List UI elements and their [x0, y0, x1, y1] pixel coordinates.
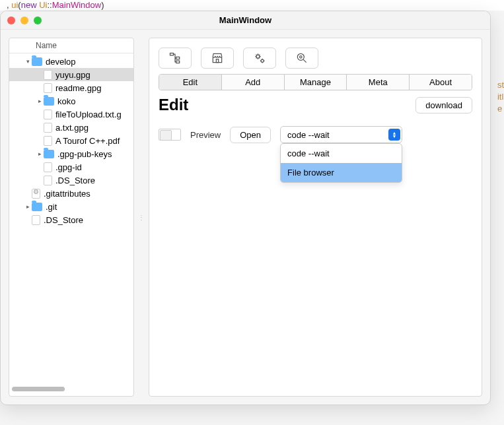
svg-rect-0 [170, 53, 174, 55]
minimize-icon[interactable] [20, 16, 28, 24]
tab-bar: EditAddManageMetaAbout [159, 74, 472, 90]
svg-point-6 [297, 53, 304, 60]
tree-view-button[interactable] [159, 48, 192, 69]
option-file-browser[interactable]: File browser [281, 163, 402, 182]
settings-file-icon [32, 189, 40, 199]
folder-icon [32, 57, 42, 66]
svg-rect-1 [176, 57, 180, 59]
folder-node--git[interactable]: ▸.git [9, 200, 133, 213]
gears-icon [253, 51, 266, 65]
tree-item-label: .git [46, 202, 57, 212]
tree-item-label: yuyu.gpg [55, 70, 90, 80]
tab-add[interactable]: Add [222, 75, 285, 90]
settings-button[interactable] [243, 48, 276, 69]
folder-node--gpg-pub-keys[interactable]: ▸.gpg-pub-keys [9, 147, 133, 160]
pane-splitter[interactable]: ⋮ [139, 38, 143, 397]
svg-point-7 [300, 56, 302, 58]
titlebar[interactable]: MainWindow [1, 11, 490, 30]
file-icon [44, 123, 52, 133]
tree-item-label: A Tourof C++.pdf [55, 136, 120, 146]
store-icon [211, 51, 224, 65]
folder-icon [32, 203, 42, 211]
file-node--ds-store[interactable]: ▸.DS_Store [9, 213, 133, 226]
tree-item-label: develop [46, 57, 76, 67]
svg-point-5 [261, 59, 264, 62]
tree-item-label: .DS_Store [44, 215, 83, 225]
tree-item-label: fileToUpload.txt.g [55, 110, 122, 119]
file-node-a-tourof-c-pdf[interactable]: ▸A Tourof C++.pdf [9, 134, 133, 147]
tree-item-label: readme.gpg [55, 83, 101, 93]
file-node--gpg-id[interactable]: ▸.gpg-id [9, 160, 133, 174]
chevron-down-icon[interactable]: ▾ [24, 58, 32, 65]
editor-select: code --wait ▲▼ code --waitFile browser [280, 126, 402, 143]
tab-edit[interactable]: Edit [159, 75, 222, 90]
close-icon[interactable] [7, 16, 15, 24]
file-icon [44, 83, 52, 93]
select-dropdown: code --waitFile browser [280, 143, 402, 183]
preview-toggle[interactable] [159, 129, 181, 141]
file-tree-sidebar: Name ▾develop▸yuyu.gpg▸readme.gpg▸koko▸f… [9, 38, 134, 397]
tree-item-label: .gpg-pub-keys [57, 149, 112, 159]
file-icon [44, 70, 52, 80]
file-node--ds-store[interactable]: ▸.DS_Store [9, 174, 133, 187]
main-panel: EditAddManageMetaAbout Edit download Pre… [149, 38, 482, 397]
file-icon [32, 215, 40, 225]
file-node-yuyu-gpg[interactable]: ▸yuyu.gpg [9, 68, 133, 81]
zoom-window-icon[interactable] [34, 16, 42, 24]
open-button[interactable]: Open [230, 127, 271, 143]
tab-manage[interactable]: Manage [285, 75, 347, 90]
code-editor-line: , ui(new Ui::MainWindow) [0, 0, 504, 11]
main-window: MainWindow Name ▾develop▸yuyu.gpg▸readme… [0, 11, 491, 405]
file-node--gitattributes[interactable]: ▸.gitattributes [9, 187, 133, 200]
tree-item-label: a.txt.gpg [55, 123, 89, 133]
file-icon [44, 176, 52, 185]
folder-node-koko[interactable]: ▸koko [9, 94, 133, 108]
download-button[interactable]: download [415, 97, 472, 114]
toolbar [159, 48, 472, 69]
chevron-right-icon[interactable]: ▸ [36, 150, 44, 157]
option-code-wait[interactable]: code --wait [281, 144, 402, 163]
file-node-readme-gpg[interactable]: ▸readme.gpg [9, 81, 133, 94]
svg-rect-3 [216, 59, 218, 63]
window-title: MainWindow [219, 15, 271, 25]
file-node-a-txt-gpg[interactable]: ▸a.txt.gpg [9, 121, 133, 134]
file-tree[interactable]: ▾develop▸yuyu.gpg▸readme.gpg▸koko▸fileTo… [9, 53, 133, 384]
tree-item-label: koko [57, 96, 75, 106]
folder-icon [44, 97, 54, 106]
select-value: code --wait [287, 130, 330, 140]
chevron-right-icon[interactable]: ▸ [36, 98, 44, 104]
file-node-filetoupload-txt-g[interactable]: ▸fileToUpload.txt.g [9, 108, 133, 121]
store-button[interactable] [201, 48, 234, 69]
tab-about[interactable]: About [410, 75, 472, 90]
tree-column-header[interactable]: Name [9, 38, 133, 53]
traffic-lights [7, 16, 42, 24]
tree-item-label: .gitattributes [44, 189, 90, 199]
chevron-updown-icon: ▲▼ [388, 129, 400, 141]
folder-icon [44, 150, 54, 158]
right-edge-text: st itl e [497, 79, 504, 115]
horizontal-scrollbar[interactable] [12, 387, 131, 393]
preview-label: Preview [190, 130, 221, 140]
tree-item-label: .DS_Store [55, 176, 95, 185]
page-heading: Edit [159, 96, 188, 114]
file-icon [44, 110, 52, 119]
folder-node-develop[interactable]: ▾develop [9, 55, 133, 68]
select-display[interactable]: code --wait ▲▼ [280, 126, 402, 143]
tab-meta[interactable]: Meta [347, 75, 410, 90]
file-icon [44, 162, 52, 172]
tree-icon [168, 51, 182, 65]
chevron-right-icon[interactable]: ▸ [24, 203, 32, 210]
search-button[interactable] [285, 48, 318, 69]
file-icon [44, 136, 52, 146]
zoom-icon [295, 51, 308, 65]
svg-rect-2 [176, 61, 180, 63]
tree-item-label: .gpg-id [55, 162, 82, 172]
